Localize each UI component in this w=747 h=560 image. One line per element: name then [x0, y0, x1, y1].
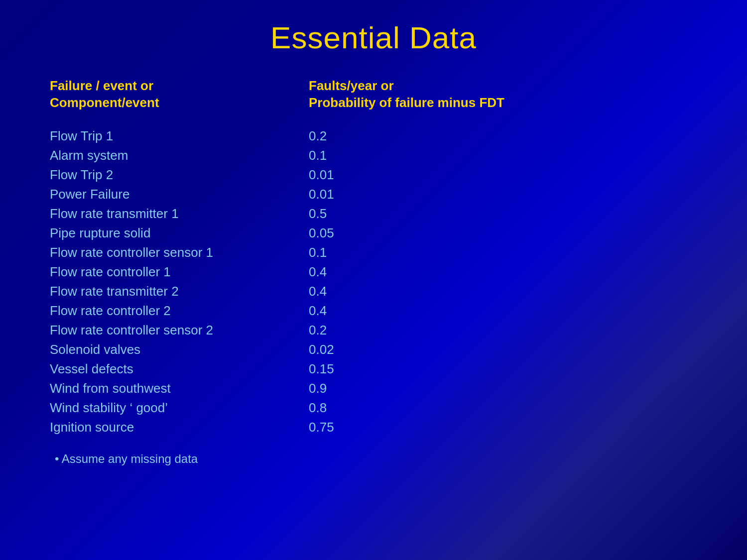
row-failure-name: Flow rate controller 2: [50, 303, 309, 319]
row-fault-value: 0.5: [309, 206, 697, 222]
table-row: Flow rate controller sensor 10.1: [50, 243, 697, 262]
row-fault-value: 0.05: [309, 225, 697, 241]
row-fault-value: 0.4: [309, 284, 697, 299]
table-row: Solenoid valves0.02: [50, 340, 697, 359]
column-header-failure: Failure / event or Component/event: [50, 78, 309, 112]
table-row: Flow rate transmitter 20.4: [50, 282, 697, 301]
table-row: Flow Trip 20.01: [50, 165, 697, 185]
table-row: Wind stability ‘ good’0.8: [50, 398, 697, 418]
page-title: Essential Data: [40, 20, 707, 55]
row-failure-name: Vessel defects: [50, 361, 309, 377]
footnote: Assume any missing data: [50, 452, 697, 466]
row-failure-name: Flow Trip 1: [50, 128, 309, 144]
row-fault-value: 0.15: [309, 361, 697, 377]
row-fault-value: 0.02: [309, 342, 697, 357]
row-failure-name: Flow rate transmitter 2: [50, 284, 309, 299]
table-row: Wind from southwest0.9: [50, 379, 697, 398]
row-fault-value: 0.01: [309, 187, 697, 202]
row-fault-value: 0.9: [309, 381, 697, 396]
column-header-faults: Faults/year or Probability of failure mi…: [309, 78, 697, 112]
row-failure-name: Flow Trip 2: [50, 167, 309, 183]
row-fault-value: 0.2: [309, 323, 697, 338]
table-row: Pipe rupture solid0.05: [50, 224, 697, 243]
table-row: Flow rate controller 20.4: [50, 301, 697, 321]
row-fault-value: 0.4: [309, 264, 697, 280]
row-failure-name: Alarm system: [50, 148, 309, 163]
row-fault-value: 0.1: [309, 245, 697, 260]
data-table: Failure / event or Component/event Fault…: [50, 78, 697, 437]
table-row: Flow rate transmitter 10.5: [50, 204, 697, 224]
table-header: Failure / event or Component/event Fault…: [50, 78, 697, 116]
table-row: Vessel defects0.15: [50, 359, 697, 379]
row-failure-name: Pipe rupture solid: [50, 225, 309, 241]
row-failure-name: Ignition source: [50, 420, 309, 435]
row-failure-name: Flow rate controller sensor 1: [50, 245, 309, 260]
row-fault-value: 0.8: [309, 400, 697, 416]
row-failure-name: Flow rate transmitter 1: [50, 206, 309, 222]
table-row: Flow rate controller 10.4: [50, 262, 697, 282]
row-fault-value: 0.1: [309, 148, 697, 163]
row-failure-name: Wind stability ‘ good’: [50, 400, 309, 416]
table-row: Alarm system0.1: [50, 146, 697, 165]
row-fault-value: 0.4: [309, 303, 697, 319]
table-row: Power Failure0.01: [50, 185, 697, 204]
row-failure-name: Solenoid valves: [50, 342, 309, 357]
row-failure-name: Power Failure: [50, 187, 309, 202]
row-fault-value: 0.2: [309, 128, 697, 144]
table-row: Ignition source0.75: [50, 418, 697, 437]
row-fault-value: 0.75: [309, 420, 697, 435]
table-row: Flow Trip 10.2: [50, 126, 697, 146]
row-failure-name: Wind from southwest: [50, 381, 309, 396]
row-failure-name: Flow rate controller sensor 2: [50, 323, 309, 338]
row-failure-name: Flow rate controller 1: [50, 264, 309, 280]
row-fault-value: 0.01: [309, 167, 697, 183]
table-rows: Flow Trip 10.2Alarm system0.1Flow Trip 2…: [50, 126, 697, 437]
table-row: Flow rate controller sensor 20.2: [50, 321, 697, 340]
